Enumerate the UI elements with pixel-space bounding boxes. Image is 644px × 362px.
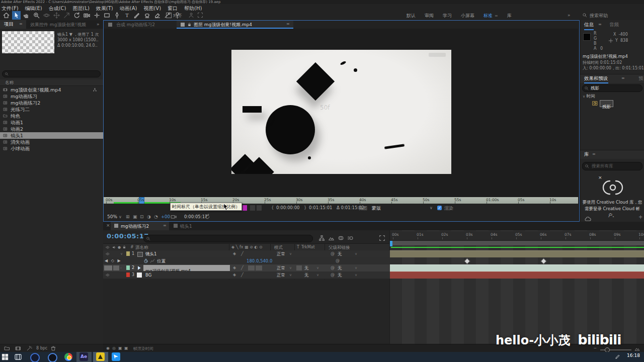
share-icon[interactable] xyxy=(188,12,194,18)
panel-menu-icon[interactable]: ≡ xyxy=(592,152,596,156)
project-item-8[interactable]: 消失动画 xyxy=(0,139,103,145)
brush-tool-icon[interactable] xyxy=(133,11,141,20)
tab-info[interactable]: 信息 xyxy=(584,22,594,30)
browser-app-icon[interactable] xyxy=(30,353,40,362)
panel-menu-icon[interactable]: ≡ xyxy=(286,22,290,26)
tab-libraries[interactable]: 库 xyxy=(584,151,589,158)
start-button-icon[interactable] xyxy=(2,353,9,360)
chevron-down-icon[interactable]: ∨ xyxy=(289,266,292,270)
hand-tool-icon[interactable] xyxy=(22,11,31,20)
layer-name[interactable]: 镜头1 xyxy=(145,251,156,257)
blend-mode-dropdown[interactable]: 正常 xyxy=(277,273,285,279)
chevron-down-icon[interactable]: ∨ xyxy=(355,273,357,277)
parent-dropdown[interactable]: 无 xyxy=(338,273,342,279)
layer-row-1[interactable]: ∨ 1 镜头1 ◈ ╱ 正常 ∨ @ 无 ∨ xyxy=(103,250,390,258)
layer-row-2-selected[interactable]: › 2 mg顶级创意!视频.mp4 ◈ ╱ 正常 ∨ 无 ∨ @ 无 ∨ xyxy=(103,264,390,272)
tab-composition[interactable]: 合成 mg动画练习2 xyxy=(116,22,155,28)
taskbar-clock[interactable]: 16:18 xyxy=(627,353,640,358)
blend-toggle-icon[interactable]: ◎ xyxy=(112,346,116,350)
zoom-in-mountain-icon[interactable] xyxy=(634,346,640,351)
view-dropdown[interactable]: 蒙版 xyxy=(372,205,381,212)
pen-tool-icon[interactable] xyxy=(113,11,121,20)
work-area-bar[interactable] xyxy=(390,241,644,245)
in-point-time[interactable]: 0:00:00:00 xyxy=(276,205,299,210)
media-app-icon[interactable] xyxy=(14,353,22,361)
workspace-tab-2[interactable]: 学习 xyxy=(443,13,452,18)
position-property-row[interactable]: ◀ ◇ ▶ 位置 180.0,540.0 @ xyxy=(103,257,390,265)
layer-row-3[interactable]: 3 BG ◈ ╱ 正常 ∨ 无 ∨ @ 无 ∨ xyxy=(103,272,390,279)
property-value[interactable]: 180.0,540.0 xyxy=(247,258,272,263)
libraries-search-field[interactable]: 搜索所有库 xyxy=(582,162,642,170)
tab-audio[interactable]: 音频 xyxy=(609,22,619,28)
bit-depth-label[interactable]: 8 bpc xyxy=(36,346,47,350)
refresh-icon[interactable] xyxy=(204,214,210,220)
region-of-interest-icon[interactable]: ⊡ xyxy=(140,214,144,219)
switch-block[interactable] xyxy=(256,265,262,270)
trkmat-dropdown[interactable]: 无 xyxy=(304,273,309,279)
quality-switch-icon[interactable]: ◈ xyxy=(233,265,236,270)
channel-wheel-icon[interactable]: ◑ xyxy=(147,214,151,219)
project-search-field[interactable] xyxy=(2,70,101,77)
layer-bar-1[interactable] xyxy=(390,250,644,257)
timeline-ruler[interactable]: 00s 01s 02s 03s 04s 05s 06s 07s 08s 09s … xyxy=(390,231,644,241)
expand-chevron-icon[interactable]: ∨ xyxy=(120,252,123,256)
mask-toggle-icon[interactable]: ▣ xyxy=(133,214,137,219)
zoom-tool-icon[interactable] xyxy=(32,11,41,20)
footage-preview-thumbnail[interactable] xyxy=(2,31,54,53)
panel-menu-icon[interactable]: ≡ xyxy=(598,22,602,27)
layer-bar-2[interactable] xyxy=(390,264,644,272)
player-app-tile-active[interactable] xyxy=(93,352,108,362)
chrome-icon[interactable] xyxy=(64,353,72,361)
zoom-chevron-icon[interactable]: ∨ xyxy=(119,215,122,219)
blend-mode-dropdown[interactable]: 正常 xyxy=(277,251,285,257)
timeline-search-field[interactable] xyxy=(143,235,313,242)
trash-icon[interactable] xyxy=(50,345,56,351)
work-area-start-marker[interactable] xyxy=(390,241,392,246)
text-tool-icon[interactable]: T xyxy=(123,11,131,20)
graph-editor-icon[interactable] xyxy=(379,235,385,241)
netdisk-app-icon[interactable] xyxy=(112,352,120,361)
switch-block[interactable] xyxy=(248,265,255,270)
tab-effect-controls[interactable]: 效果控件 mg顶级创意!视频 xyxy=(30,22,94,28)
workspace-tab-1[interactable]: 审阅 xyxy=(425,13,434,18)
tab-effects-presets[interactable]: 效果和预设 xyxy=(584,75,608,83)
parent-pickwhip-icon[interactable]: @ xyxy=(331,265,335,270)
effects-category-time[interactable]: ∨ 时间 xyxy=(583,94,595,100)
keyframe-nav[interactable]: ◀ ◇ ▶ xyxy=(105,258,122,263)
effects-switch-icon[interactable]: ╱ xyxy=(241,265,244,270)
out-point-time[interactable]: 0:01:15:01 xyxy=(309,205,332,210)
tab-preview-clipped[interactable]: 预 xyxy=(638,75,643,82)
grid-options-icon[interactable]: ⊞ xyxy=(126,214,130,219)
project-item-2[interactable]: mg动画练习2 xyxy=(0,100,103,106)
tab-timeline-comp[interactable]: mg动画练习2 ≡ xyxy=(111,222,169,230)
layer-name[interactable]: BG xyxy=(145,273,151,278)
adjust-icon[interactable] xyxy=(26,345,32,351)
dolly-camera-tool-icon[interactable] xyxy=(62,11,71,20)
visibility-eye-icon[interactable] xyxy=(105,273,110,277)
chevron-down-icon[interactable]: ∨ xyxy=(289,273,292,277)
pan-camera-tool-icon[interactable] xyxy=(52,11,61,20)
workspace-more[interactable]: » xyxy=(568,13,571,18)
clone-stamp-tool-icon[interactable] xyxy=(143,11,151,20)
camera-tool-icon[interactable] xyxy=(83,11,91,20)
property-pickwhip-icon[interactable]: @ xyxy=(336,258,340,263)
panel-menu-icon[interactable]: ≡ xyxy=(19,22,23,26)
new-comp-icon[interactable] xyxy=(15,345,21,351)
project-item-9[interactable]: 小球动画 xyxy=(0,145,103,152)
project-item-7[interactable]: 镜头1 xyxy=(0,132,103,139)
quality-switch-icon[interactable]: ◈ xyxy=(233,251,236,256)
av-feature-block[interactable] xyxy=(104,265,112,270)
project-item-0[interactable]: mg顶级创意!视频.mp4 xyxy=(0,86,103,93)
frame-blending-icon[interactable] xyxy=(338,235,344,241)
viewer-canvas[interactable]: 50f xyxy=(104,29,578,197)
project-item-3[interactable]: 光练习二 xyxy=(0,106,103,113)
close-tab-icon[interactable]: × xyxy=(106,223,110,228)
chevron-down-icon[interactable]: ∨ xyxy=(289,252,292,256)
panel-menu-icon[interactable]: ≡ xyxy=(163,223,167,228)
pan-behind-tool-icon[interactable] xyxy=(93,11,101,20)
visibility-eye-icon[interactable] xyxy=(105,252,110,256)
new-folder-icon[interactable] xyxy=(4,345,10,351)
project-item-1[interactable]: mg动画练习 xyxy=(0,93,103,100)
rotate-tool-icon[interactable] xyxy=(72,11,81,20)
chevron-down-icon[interactable]: ∨ xyxy=(316,273,319,277)
